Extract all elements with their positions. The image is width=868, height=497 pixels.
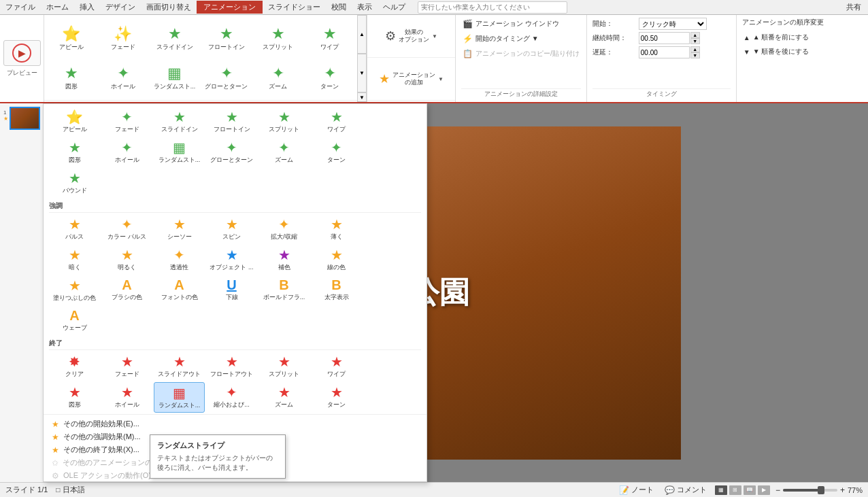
effect-zoom[interactable]: ✦ ズーム: [252, 58, 303, 97]
dd-bold-flash[interactable]: B ボールドフラ...: [258, 275, 310, 305]
dd-random-in[interactable]: ▦ ランダムスト...: [154, 137, 205, 167]
dd-slidein[interactable]: ★ スライドイン: [154, 107, 205, 136]
note-button[interactable]: 📝 ノート: [616, 483, 656, 496]
menu-file[interactable]: ファイル: [0, 1, 41, 14]
order-forward-button[interactable]: ▲ ▲ 順番を前にする: [742, 31, 824, 44]
dd-clear[interactable]: ✸ クリア: [49, 352, 100, 381]
slide-sorter-button[interactable]: ⊞: [729, 485, 741, 495]
dd-line-color[interactable]: ★ 線の色: [311, 245, 362, 274]
dd-wave[interactable]: A ウェーブ: [49, 306, 100, 335]
dd-wheel-in[interactable]: ✦ ホイール: [101, 137, 152, 167]
dd-enlarge[interactable]: ✦ 拡大/収縮: [258, 214, 310, 243]
scroll-down-button[interactable]: ▼: [357, 54, 367, 92]
dd-shape-in[interactable]: ★ 図形: [49, 137, 100, 167]
dd-bounce[interactable]: ★ バウンド: [49, 168, 100, 197]
menu-slideshow[interactable]: スライドショー: [263, 1, 326, 14]
dd-floatin[interactable]: ★ フロートイン: [206, 107, 257, 136]
duration-down[interactable]: ▼: [690, 38, 700, 44]
dd-seesaw[interactable]: ★ シーソー: [154, 214, 205, 243]
dd-brush-color[interactable]: A ブラシの色: [101, 275, 152, 305]
dd-complement[interactable]: ★ 補色: [258, 245, 310, 274]
effect-turn[interactable]: ✦ ターン: [304, 58, 355, 97]
dd-underline[interactable]: U 下線: [206, 275, 257, 305]
effect-wipe[interactable]: ★ ワイプ: [304, 19, 355, 58]
zoom-decrease-button[interactable]: −: [775, 485, 780, 495]
menu-review[interactable]: 校閲: [326, 1, 352, 14]
slide-info: スライド 1/1: [5, 485, 48, 495]
slideshow-view-button[interactable]: ▶: [758, 485, 770, 495]
delay-input[interactable]: [639, 46, 690, 58]
dd-bold-reveal[interactable]: B 太字表示: [311, 275, 362, 305]
dd-slideout[interactable]: ★ スライドアウト: [154, 352, 205, 381]
share-button[interactable]: 共有: [839, 1, 868, 14]
delay-down[interactable]: ▼: [690, 52, 700, 58]
dd-floatout[interactable]: ★ フロートアウト: [206, 352, 257, 381]
effects-option-button[interactable]: ⚙ 効果のオプション ▼: [367, 15, 455, 58]
duration-input[interactable]: [639, 32, 690, 44]
comment-button[interactable]: 💬 コメント: [662, 483, 710, 496]
scroll-up-button[interactable]: ▲: [357, 15, 367, 54]
dd-fade-emph[interactable]: ★ 薄く: [311, 214, 362, 243]
expand-button[interactable]: ▼: [357, 92, 367, 102]
effect-wheel[interactable]: ✦ ホイール: [97, 58, 148, 97]
dd-appeal[interactable]: ⭐ アピール: [49, 107, 100, 136]
add-animation-button[interactable]: ★ アニメーションの追加 ▼: [367, 58, 455, 100]
dd-object-color[interactable]: ★ オブジェクト ...: [206, 245, 257, 274]
dd-color-pulse[interactable]: ✦ カラー パルス: [101, 214, 152, 243]
dd-pulse[interactable]: ★ パルス: [49, 214, 100, 243]
dd-zoom-in[interactable]: ✦ ズーム: [258, 137, 310, 167]
effect-floatin[interactable]: ★ フロートイン: [201, 19, 252, 58]
dd-glow-turn[interactable]: ✦ グローとターン: [206, 137, 257, 167]
zoom-increase-button[interactable]: +: [840, 485, 845, 495]
reading-view-button[interactable]: 📖: [744, 485, 756, 495]
zoom-slider[interactable]: [783, 489, 837, 492]
menu-transition[interactable]: 画面切り替え: [141, 1, 197, 14]
order-backward-button[interactable]: ▼ ▼ 順番を後にする: [742, 46, 824, 58]
effect-split[interactable]: ★ スプリット: [252, 19, 303, 58]
more-entrance[interactable]: ★ その他の開始効果(E)...: [49, 417, 421, 430]
dd-split-out[interactable]: ★ スプリット: [258, 352, 310, 381]
menu-animation[interactable]: アニメーション: [197, 1, 263, 14]
duration-up[interactable]: ▲: [690, 32, 700, 38]
slide-thumb[interactable]: [10, 107, 40, 130]
timing-start-row[interactable]: ⚡ 開始のタイミング ▼: [461, 33, 581, 45]
dd-wipe-in[interactable]: ★ ワイプ: [311, 107, 362, 136]
delay-up[interactable]: ▲: [690, 46, 700, 52]
timing-start-label: 開始のタイミング ▼: [475, 34, 539, 44]
slide-star: ★: [3, 116, 8, 122]
effect-random[interactable]: ▦ ランダムスト...: [149, 58, 200, 97]
dd-lighten[interactable]: ★ 明るく: [101, 245, 152, 274]
dd-fade-out[interactable]: ★ フェード: [101, 352, 152, 381]
dd-zoom-out[interactable]: ★ ズーム: [258, 382, 310, 413]
dd-fade-in[interactable]: ✦ フェード: [101, 107, 152, 136]
dd-darken[interactable]: ★ 暗く: [49, 245, 100, 274]
dd-turn-out[interactable]: ★ ターン: [311, 382, 362, 413]
animation-copy-row[interactable]: 📋 アニメーションのコピー/貼り付け: [461, 48, 581, 60]
dd-transparency[interactable]: ✦ 透過性: [154, 245, 205, 274]
preview-button[interactable]: ▶: [3, 40, 41, 66]
search-input[interactable]: [418, 1, 567, 14]
dd-random-out[interactable]: ▦ ランダムスト...: [154, 382, 205, 413]
dd-wheel-out[interactable]: ★ ホイール: [101, 382, 152, 413]
dd-fill-color[interactable]: ★ 塗りつぶしの色: [49, 275, 100, 305]
start-select[interactable]: クリック時: [639, 18, 707, 30]
menu-home[interactable]: ホーム: [41, 1, 74, 14]
menu-insert[interactable]: 挿入: [74, 1, 100, 14]
dd-shape-out[interactable]: ★ 図形: [49, 382, 100, 413]
dd-wipe-out[interactable]: ★ ワイプ: [311, 352, 362, 381]
dd-spin[interactable]: ★ スピン: [206, 214, 257, 243]
menu-view[interactable]: 表示: [352, 1, 378, 14]
menu-help[interactable]: ヘルプ: [378, 1, 411, 14]
dd-turn-in[interactable]: ✦ ターン: [311, 137, 362, 167]
effect-slidein[interactable]: ★ スライドイン: [149, 19, 200, 58]
menu-design[interactable]: デザイン: [100, 1, 141, 14]
animation-window-row[interactable]: 🎬 アニメーション ウインドウ: [461, 18, 581, 30]
effect-appeal[interactable]: ⭐ アピール: [46, 19, 97, 58]
normal-view-button[interactable]: ▦: [715, 485, 727, 495]
dd-split-in[interactable]: ★ スプリット: [258, 107, 310, 136]
dd-font-color[interactable]: A フォントの色: [154, 275, 205, 305]
effect-glow-turn[interactable]: ✦ グローとターン: [201, 58, 252, 97]
effect-shape[interactable]: ★ 図形: [46, 58, 97, 97]
dd-shrink[interactable]: ✦ 縮小および...: [206, 382, 257, 413]
effect-fade[interactable]: ✨ フェード: [97, 19, 148, 58]
